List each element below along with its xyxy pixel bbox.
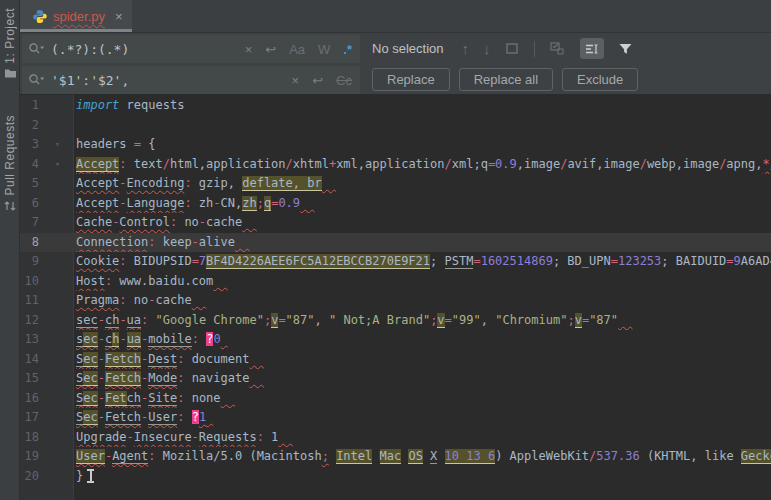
line-number[interactable]: 16 (20, 389, 39, 409)
project-tool-label: 1: Project (3, 8, 17, 64)
code-text: import requests (76, 96, 771, 116)
line-number[interactable]: 2 (20, 116, 39, 136)
line-number[interactable]: 9 (20, 252, 39, 272)
line-number[interactable]: 10 (20, 272, 39, 292)
fold-marker (39, 447, 76, 467)
toolbar-divider (534, 41, 535, 57)
tab-spider-py[interactable]: spider.py × (20, 0, 132, 32)
tab-close-icon[interactable]: × (115, 9, 123, 24)
new-line-icon[interactable]: ↩ (265, 43, 276, 56)
editor-line[interactable]: 14Sec-Fetch-Dest: document (20, 350, 771, 370)
code-text: sec-ch-ua: "Google Chrome";v="87", " Not… (76, 311, 771, 331)
line-number[interactable]: 17 (20, 408, 39, 428)
search-query-text: (.*?):(.*) (51, 42, 239, 57)
fold-marker (39, 116, 76, 136)
line-number[interactable]: 14 (20, 350, 39, 370)
tool-button-pull-requests[interactable]: Pull Requests (0, 115, 20, 212)
code-text: Accept: text/html,application/xhtml+xml,… (76, 155, 771, 175)
editor-line[interactable]: 12sec-ch-ua: "Google Chrome";v="87", " N… (20, 311, 771, 331)
line-number[interactable]: 18 (20, 428, 39, 448)
editor-line[interactable]: 19User-Agent: Mozilla/5.0 (Macintosh; In… (20, 447, 771, 467)
code-text: Accept-Language: zh-CN,zh;q=0.9 (76, 194, 771, 214)
fold-marker (39, 428, 76, 448)
preserve-case-toggle-icon[interactable] (549, 41, 566, 56)
clear-replace-icon[interactable]: × (292, 74, 300, 87)
fold-marker (39, 272, 76, 292)
replace-new-line-icon[interactable]: ↩ (312, 74, 323, 87)
code-text: Host: www.baidu.com (76, 272, 771, 292)
code-text: } (76, 467, 771, 487)
filter-icon[interactable] (618, 42, 633, 56)
tool-button-project[interactable]: 1: Project (0, 8, 20, 79)
code-text: Sec-Fetch-Site: none (76, 389, 771, 409)
line-number[interactable]: 12 (20, 311, 39, 331)
fold-marker (39, 194, 76, 214)
editor-line[interactable]: 18Upgrade-Insecure-Requests: 1 (20, 428, 771, 448)
whole-words-icon[interactable]: W (318, 43, 330, 56)
code-text: User-Agent: Mozilla/5.0 (Macintosh; Inte… (76, 447, 771, 467)
editor-line[interactable]: 3▾headers = { (20, 135, 771, 155)
code-text: headers = { (76, 135, 771, 155)
fold-marker (39, 350, 76, 370)
replace-all-button[interactable]: Replace all (459, 68, 553, 91)
line-number[interactable]: 1 (20, 96, 39, 116)
editor-line[interactable]: 7Cache-Control: no-cache (20, 213, 771, 233)
code-text: Accept-Encoding: gzip, deflate, br (76, 174, 771, 194)
replace-text: '$1':'$2', (51, 73, 286, 88)
select-all-occurrences-icon[interactable] (505, 42, 520, 56)
editor-line[interactable]: 10Host: www.baidu.com (20, 272, 771, 292)
editor-line[interactable]: 17Sec-Fetch-User: ?1 (20, 408, 771, 428)
editor-line[interactable]: 20} (20, 467, 771, 487)
pull-requests-icon (4, 200, 16, 212)
replace-field[interactable]: '$1':'$2', × ↩ Cc (22, 66, 360, 94)
search-icon (28, 42, 45, 56)
line-number[interactable]: 19 (20, 447, 39, 467)
replace-buttons-row: Replace Replace all Exclude (362, 64, 771, 95)
preserve-case-icon[interactable]: Cc (336, 74, 352, 87)
tab-label: spider.py (53, 9, 105, 24)
code-text: Upgrade-Insecure-Requests: 1 (76, 428, 771, 448)
exclude-button[interactable]: Exclude (562, 68, 638, 91)
code-text: Sec-Fetch-Mode: navigate (76, 369, 771, 389)
editor-line[interactable]: 2 (20, 116, 771, 136)
replace-search-icon (28, 73, 45, 87)
in-selection-toggle[interactable] (580, 38, 604, 59)
regex-icon[interactable]: .* (343, 43, 352, 56)
python-file-icon (32, 9, 47, 24)
line-number[interactable]: 20 (20, 467, 39, 487)
fold-marker (39, 389, 76, 409)
line-number[interactable]: 6 (20, 194, 39, 214)
line-number[interactable]: 4 (20, 155, 39, 175)
code-text: Cookie: BIDUPSID=7BF4D4226AEE6FC5A12EBCC… (76, 252, 771, 272)
find-replace-panel: (.*?):(.*) × ↩ Aa W .* No selection ↑ ↓ (20, 33, 771, 95)
editor[interactable]: 1import requests23▾headers = {4▾Accept: … (20, 95, 771, 500)
editor-line[interactable]: 6Accept-Language: zh-CN,zh;q=0.9 (20, 194, 771, 214)
replace-button[interactable]: Replace (372, 68, 450, 91)
code-text: Cache-Control: no-cache (76, 213, 771, 233)
next-occurrence-icon[interactable]: ↓ (483, 41, 491, 56)
editor-line[interactable]: 8Connection: keep-alive (20, 233, 771, 253)
line-number[interactable]: 15 (20, 369, 39, 389)
match-case-icon[interactable]: Aa (289, 43, 305, 56)
pull-requests-tool-label: Pull Requests (3, 115, 17, 196)
clear-search-icon[interactable]: × (245, 43, 253, 56)
editor-line[interactable]: 1import requests (20, 96, 771, 116)
fold-marker: ▾ (39, 155, 76, 175)
previous-occurrence-icon[interactable]: ↑ (462, 41, 470, 56)
editor-line[interactable]: 11Pragma: no-cache (20, 291, 771, 311)
editor-line[interactable]: 13sec-ch-ua-mobile: ?0 (20, 330, 771, 350)
line-number[interactable]: 13 (20, 330, 39, 350)
editor-line[interactable]: 5Accept-Encoding: gzip, deflate, br (20, 174, 771, 194)
line-number[interactable]: 11 (20, 291, 39, 311)
code-text: sec-ch-ua-mobile: ?0 (76, 330, 771, 350)
line-number[interactable]: 7 (20, 213, 39, 233)
ide-window: 1: Project Pull Requests spider.py × (0, 0, 771, 500)
editor-line[interactable]: 4▾Accept: text/html,application/xhtml+xm… (20, 155, 771, 175)
editor-line[interactable]: 15Sec-Fetch-Mode: navigate (20, 369, 771, 389)
editor-line[interactable]: 16Sec-Fetch-Site: none (20, 389, 771, 409)
search-field[interactable]: (.*?):(.*) × ↩ Aa W .* (22, 35, 360, 63)
line-number[interactable]: 8 (20, 233, 39, 253)
line-number[interactable]: 3 (20, 135, 39, 155)
line-number[interactable]: 5 (20, 174, 39, 194)
editor-line[interactable]: 9Cookie: BIDUPSID=7BF4D4226AEE6FC5A12EBC… (20, 252, 771, 272)
